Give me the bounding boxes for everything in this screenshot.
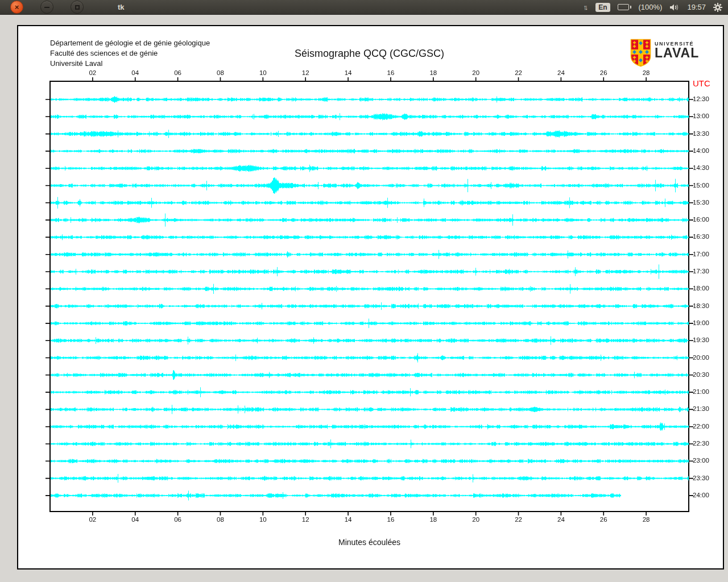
- x-tick-label-bottom: 26: [600, 516, 607, 523]
- indicator-tray: ↑↓ En (100%) 19:57: [583, 3, 722, 12]
- x-tick-label-top: 02: [89, 69, 96, 76]
- utc-time-label: 20:30: [693, 371, 709, 378]
- x-tick-label-bottom: 20: [472, 516, 479, 523]
- utc-time-label: 16:30: [693, 233, 709, 240]
- keyboard-layout-indicator[interactable]: En: [595, 3, 610, 12]
- x-tick-label-top: 26: [600, 69, 607, 76]
- utc-time-label: 13:30: [693, 130, 709, 137]
- universite-laval-logo: UNIVERSITÉ LAVAL: [630, 39, 699, 67]
- utc-time-label: 14:00: [693, 147, 709, 154]
- x-tick-label-top: 18: [429, 69, 437, 76]
- utc-time-label: 19:30: [693, 336, 709, 343]
- laval-shield-icon: [630, 39, 651, 67]
- battery-icon[interactable]: [618, 4, 631, 10]
- clock[interactable]: 19:57: [687, 3, 706, 11]
- header-line1: Département de géologie et de génie géol…: [50, 39, 210, 47]
- utc-time-label: 18:30: [693, 302, 709, 309]
- utc-time-label: 23:30: [693, 475, 709, 481]
- x-tick-label-bottom: 02: [89, 516, 96, 523]
- x-tick-label-bottom: 08: [217, 516, 224, 523]
- utc-time-label: 21:00: [693, 388, 709, 395]
- utc-time-label: 13:00: [693, 113, 709, 119]
- top-panel: × tk ↑↓ En (100%) 19:57: [0, 0, 728, 15]
- window-controls: ×: [10, 1, 84, 14]
- utc-time-label: 22:00: [693, 423, 709, 430]
- utc-time-label: 16:00: [693, 216, 709, 223]
- utc-time-label: 15:30: [693, 199, 709, 206]
- x-tick-label-bottom: 14: [345, 516, 352, 523]
- x-tick-label-bottom: 10: [259, 516, 267, 523]
- x-tick-label-top: 04: [131, 69, 139, 76]
- utc-time-label: 12:30: [693, 95, 709, 102]
- utc-time-label: 20:00: [693, 354, 709, 361]
- close-button[interactable]: ×: [10, 1, 23, 14]
- x-tick-label-bottom: 04: [131, 516, 139, 523]
- utc-time-label: 22:30: [693, 440, 709, 447]
- utc-time-label: 21:30: [693, 405, 709, 412]
- x-tick-label-top: 20: [472, 69, 479, 76]
- x-tick-label-bottom: 12: [302, 516, 309, 523]
- desktop: { "taskbar": { "window_title": "tk", "cl…: [0, 0, 728, 582]
- utc-time-label: 15:00: [693, 182, 709, 189]
- tk-window: Département de géologie et de génie géol…: [17, 25, 724, 569]
- utc-time-label: 14:30: [693, 164, 709, 171]
- utc-time-label: 17:30: [693, 268, 709, 275]
- seismogram-canvas: [18, 26, 723, 568]
- x-tick-label-bottom: 06: [174, 516, 181, 523]
- logo-text-laval: LAVAL: [655, 47, 699, 59]
- utc-time-label: 23:00: [693, 457, 709, 464]
- x-tick-label-top: 22: [515, 69, 522, 76]
- seismogram-view: Département de géologie et de génie géol…: [18, 26, 723, 568]
- x-tick-label-top: 12: [302, 69, 309, 76]
- x-tick-label-top: 28: [643, 69, 650, 76]
- utc-time-label: 18:00: [693, 285, 709, 292]
- x-tick-label-bottom: 22: [515, 516, 522, 523]
- x-tick-label-bottom: 16: [387, 516, 395, 523]
- utc-time-label: 17:00: [693, 251, 709, 257]
- x-tick-label-top: 08: [217, 69, 224, 76]
- maximize-button[interactable]: [71, 1, 84, 14]
- session-gear-icon[interactable]: [713, 3, 722, 12]
- x-axis-label: Minutes écoulées: [50, 538, 689, 547]
- x-tick-label-top: 06: [174, 69, 181, 76]
- header-line3: Université Laval: [50, 59, 103, 68]
- x-tick-label-bottom: 18: [429, 516, 437, 523]
- battery-percentage: (100%): [639, 3, 663, 11]
- minimize-button[interactable]: [40, 1, 53, 14]
- plot-title: Séismographe QCQ (CGC/GSC): [50, 48, 689, 60]
- utc-heading: UTC: [693, 78, 710, 88]
- x-tick-label-bottom: 28: [643, 516, 650, 523]
- x-tick-label-top: 10: [259, 69, 267, 76]
- window-title: tk: [118, 3, 125, 11]
- x-tick-label-top: 24: [557, 69, 565, 76]
- network-sync-icon[interactable]: ↑↓: [583, 3, 588, 11]
- x-tick-label-bottom: 24: [557, 516, 565, 523]
- x-tick-label-top: 16: [387, 69, 395, 76]
- utc-time-label: 24:00: [693, 492, 709, 498]
- utc-time-label: 19:00: [693, 319, 709, 326]
- volume-icon[interactable]: [669, 3, 680, 11]
- x-tick-label-top: 14: [345, 69, 352, 76]
